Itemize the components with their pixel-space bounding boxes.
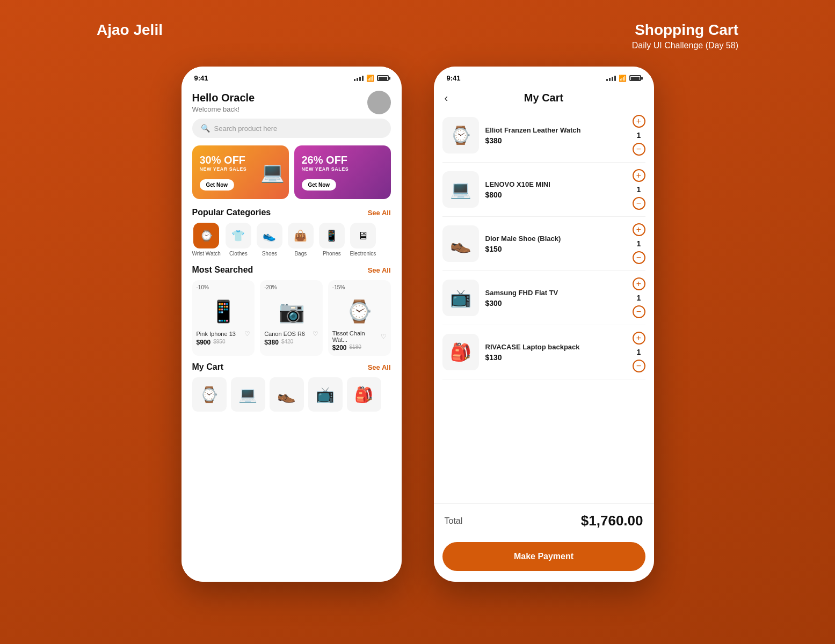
cart-item-watch-price: $380: [485, 136, 626, 145]
my-cart-see-all[interactable]: See All: [368, 363, 391, 371]
cart-thumb-watch[interactable]: ⌚: [192, 377, 227, 412]
iphone-price-old: $950: [213, 339, 225, 346]
search-placeholder: Search product here: [214, 125, 278, 133]
canon-heart-icon[interactable]: ♡: [313, 330, 318, 338]
tissot-discount: -15%: [332, 284, 387, 290]
qty-plus-watch[interactable]: +: [633, 115, 645, 128]
cart-item-backpack-info: RIVACASE Laptop backpack $130: [485, 343, 626, 362]
clothes-label: Clothes: [229, 251, 248, 257]
make-payment-button[interactable]: Make Payment: [442, 542, 645, 571]
total-label: Total: [445, 516, 463, 526]
qty-plus-laptop[interactable]: +: [633, 169, 645, 182]
banner-1[interactable]: 30% OFF NEW YEAR SALES Get Now 💻: [192, 145, 289, 199]
greeting-name: Hello Oracle: [192, 92, 255, 104]
tissot-price-old: $180: [350, 344, 361, 352]
shoes-icon-box: 👟: [257, 223, 282, 248]
category-shoes[interactable]: 👟 Shoes: [256, 223, 283, 257]
cart-item-backpack: 🎒 RIVACASE Laptop backpack $130 + 1 −: [442, 325, 645, 379]
canon-price-old: $420: [281, 339, 293, 346]
qty-num-watch: 1: [637, 131, 641, 140]
tissot-image: ⌚: [332, 292, 387, 330]
qty-plus-backpack[interactable]: +: [633, 332, 645, 345]
status-icons-1: 📶: [354, 75, 389, 82]
qty-minus-tv[interactable]: −: [633, 305, 645, 318]
wristwatch-label: Wrist Watch: [192, 251, 221, 257]
qty-num-laptop: 1: [637, 185, 641, 194]
cart-item-laptop-name: LENOVO X10E MINI: [485, 180, 626, 188]
cart-item-shoe-qty: + 1 −: [633, 223, 645, 264]
category-bags[interactable]: 👜 Bags: [287, 223, 314, 257]
laptop-icon: 💻: [260, 161, 285, 184]
product-canon[interactable]: -20% 📷 Canon EOS R6 ♡ $380 $420: [260, 280, 323, 356]
qty-plus-shoe[interactable]: +: [633, 223, 645, 236]
qty-plus-tv[interactable]: +: [633, 277, 645, 290]
cart-item-watch-name: Elliot Franzen Leather Watch: [485, 126, 626, 134]
cart-item-tv-qty: + 1 −: [633, 277, 645, 318]
cart-item-laptop-price: $800: [485, 191, 626, 199]
banner-2[interactable]: 26% OFF NEW YEAR SALES Get Now: [294, 145, 391, 199]
qty-minus-backpack[interactable]: −: [633, 360, 645, 372]
cart-item-watch-info: Elliot Franzen Leather Watch $380: [485, 126, 626, 145]
cart-thumbs-row: ⌚ 💻 👞 📺 🎒: [192, 377, 391, 412]
tissot-name: Tissot Chain Wat...: [332, 330, 381, 343]
banner2-btn[interactable]: Get Now: [302, 179, 337, 191]
cart-item-tv-info: Samsung FHD Flat TV $300: [485, 289, 626, 308]
phone-cart: 9:41 📶 ‹: [434, 67, 654, 582]
greeting-welcome: Welcome back!: [192, 105, 255, 113]
qty-num-shoe: 1: [637, 239, 641, 248]
status-icons-2: 📶: [606, 75, 641, 82]
cart-item-watch: ⌚ Elliot Franzen Leather Watch $380 + 1 …: [442, 108, 645, 163]
tissot-price-new: $200: [332, 344, 347, 352]
product-tissot[interactable]: -15% ⌚ Tissot Chain Wat... ♡ $200 $180: [328, 280, 391, 356]
category-electronics[interactable]: 🖥 Electronics: [350, 223, 376, 257]
battery-icon-2: [629, 75, 641, 81]
canon-image: 📷: [264, 292, 318, 330]
qty-minus-laptop[interactable]: −: [633, 197, 645, 210]
signal-icon-2: [606, 76, 616, 81]
cart-thumb-laptop[interactable]: 💻: [231, 377, 265, 412]
iphone-heart-icon[interactable]: ♡: [244, 330, 250, 338]
qty-minus-watch[interactable]: −: [633, 143, 645, 156]
cart-item-laptop-img: 💻: [442, 171, 479, 208]
wifi-icon-2: 📶: [619, 75, 627, 82]
cart-item-backpack-price: $130: [485, 353, 626, 362]
my-cart-section: My Cart See All ⌚ 💻 👞 📺 🎒: [192, 362, 391, 412]
clothes-icon-box: 👕: [226, 223, 251, 248]
qty-minus-shoe[interactable]: −: [633, 251, 645, 264]
search-icon: 🔍: [201, 124, 210, 133]
category-phones[interactable]: 📱 Phones: [318, 223, 345, 257]
author-name: Ajao Jelil: [97, 21, 163, 39]
search-bar[interactable]: 🔍 Search product here: [192, 119, 391, 138]
cart-thumb-tv[interactable]: 📺: [308, 377, 343, 412]
canon-discount: -20%: [264, 284, 318, 290]
phones-icon-box: 📱: [319, 223, 345, 248]
cart-item-shoe: 👞 Dior Male Shoe (Black) $150 + 1 −: [442, 217, 645, 271]
tissot-heart-icon[interactable]: ♡: [381, 333, 387, 340]
wristwatch-icon-box: ⌚: [193, 223, 219, 248]
electronics-label: Electronics: [350, 251, 376, 257]
most-searched-title: Most Searched: [192, 265, 253, 275]
banner1-btn[interactable]: Get Now: [200, 179, 235, 191]
category-wristwatch[interactable]: ⌚ Wrist Watch: [192, 223, 221, 257]
total-amount: $1,760.00: [581, 513, 643, 529]
status-bar-1: 9:41 📶: [181, 67, 402, 85]
cart-thumb-shoe[interactable]: 👞: [270, 377, 304, 412]
status-time-2: 9:41: [447, 74, 461, 82]
most-searched-header: Most Searched See All: [192, 265, 391, 275]
bags-icon-box: 👜: [288, 223, 314, 248]
most-searched-see-all[interactable]: See All: [368, 266, 391, 274]
categories-see-all[interactable]: See All: [368, 209, 391, 217]
cart-header: ‹ My Cart: [434, 85, 654, 108]
cart-item-shoe-name: Dior Male Shoe (Black): [485, 235, 626, 243]
cart-thumb-backpack[interactable]: 🎒: [347, 377, 381, 412]
categories-row: ⌚ Wrist Watch 👕 Clothes 👟 Shoes 👜 Bags: [192, 223, 391, 257]
back-button[interactable]: ‹: [445, 92, 448, 104]
cart-screen-title: My Cart: [524, 92, 563, 104]
page-subtitle: Daily UI Challenge (Day 58): [632, 41, 738, 50]
category-clothes[interactable]: 👕 Clothes: [225, 223, 252, 257]
categories-title: Popular Categories: [192, 208, 271, 217]
iphone-name: Pink Iphone 13: [197, 331, 236, 337]
avatar[interactable]: [367, 91, 391, 114]
bags-label: Bags: [294, 251, 307, 257]
product-iphone[interactable]: -10% 📱 Pink Iphone 13 ♡ $900 $950: [192, 280, 255, 356]
